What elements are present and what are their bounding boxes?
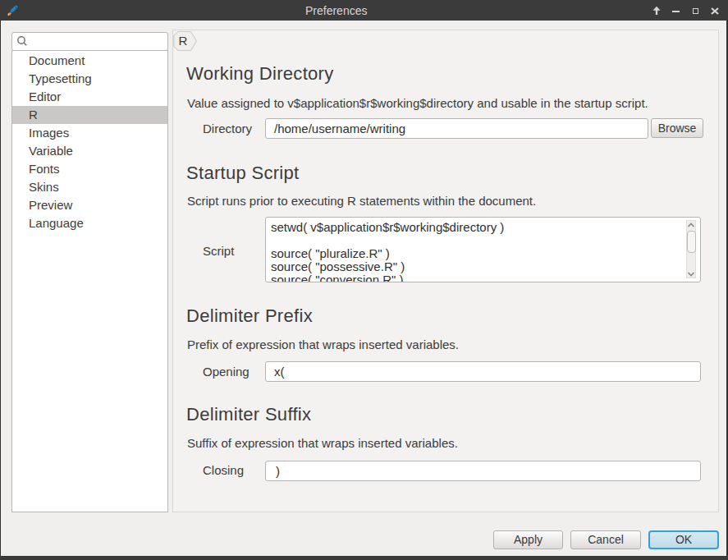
svg-text:R: R (179, 34, 188, 48)
